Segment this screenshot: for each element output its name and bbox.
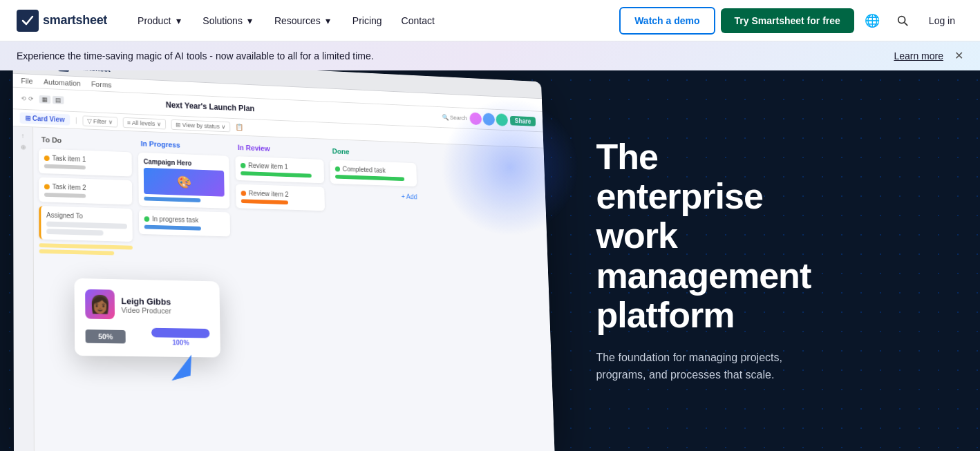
progress-bar (241, 171, 311, 177)
avatar: 👩🏾 (85, 289, 115, 319)
status-dot (144, 216, 150, 222)
popup-name: Leigh Gibbs (121, 296, 171, 307)
progress-item-100: 100% (151, 328, 210, 347)
nav-actions: Watch a demo Try Smartsheet for free 🌐 L… (619, 7, 963, 35)
logo-text: smartsheet (43, 13, 107, 28)
nav-item-resources[interactable]: Resources ▾ (266, 10, 341, 32)
chevron-down-icon: ▾ (173, 16, 183, 26)
add-card-button[interactable]: + Add (402, 193, 417, 200)
levels-btn[interactable]: ≡ All levels ∨ (122, 117, 166, 129)
announcement-right: Learn more ✕ (894, 50, 963, 61)
kanban-card: In progress task (139, 209, 230, 236)
progress-bars: 50% 100% (86, 327, 210, 347)
kanban-col-done: Done Completed task + Add (330, 147, 424, 443)
nav-item-solutions[interactable]: Solutions ▾ (194, 10, 263, 32)
hero-right: The enterprise work management platform … (568, 70, 980, 451)
search-icon[interactable] (890, 8, 915, 33)
kanban-col-inreview: In Review Review item 1 (235, 143, 330, 443)
announcement-text: Experience the time-saving magic of AI t… (17, 50, 374, 61)
hero-subtitle: The foundation for managing projects, pr… (596, 349, 831, 384)
chevron-down-icon: ▾ (245, 16, 255, 26)
popup-user-info: Leigh Gibbs Video Producer (121, 296, 171, 314)
hero-section: ✓ smartsheet File Automation Forms ⟲ ⟳ ▦… (0, 70, 980, 451)
kanban-card: Review item 2 (236, 184, 325, 211)
announcement-bar: Experience the time-saving magic of AI t… (0, 41, 980, 70)
status-dot (44, 155, 50, 161)
try-free-button[interactable]: Try Smartsheet for free (721, 8, 854, 33)
kanban-card-campaign: Campaign Hero 🎨 (138, 153, 229, 209)
filter-btn[interactable]: ▽ Filter ∨ (82, 115, 117, 127)
logo-icon (17, 10, 39, 32)
svg-point-0 (898, 16, 905, 23)
dashboard-mockup: ✓ smartsheet File Automation Forms ⟲ ⟳ ▦… (13, 70, 555, 451)
status-dot (241, 191, 247, 196)
hero-left: ✓ smartsheet File Automation Forms ⟲ ⟳ ▦… (0, 70, 568, 451)
mockup-main: To Do Task item 1 (33, 127, 555, 451)
kanban-board: ↑ ⊕ To Do Task item 1 (13, 126, 555, 451)
hero-title: The enterprise work management platform (596, 137, 939, 335)
nav-item-product[interactable]: Product ▾ (129, 10, 191, 32)
close-announcement-button[interactable]: ✕ (954, 50, 963, 61)
card-view-tab[interactable]: ⊞ Card View (20, 112, 70, 125)
kanban-card: Assigned To (39, 206, 132, 242)
progress-bar (144, 225, 201, 231)
popup-role: Video Producer (121, 306, 171, 315)
chevron-down-icon: ▾ (323, 16, 333, 26)
share-button[interactable]: Share (510, 115, 536, 126)
svg-line-1 (905, 22, 908, 26)
kanban-card: Review item 1 (235, 156, 324, 183)
progress-item-50: 50% (86, 329, 145, 344)
view-by-btn[interactable]: ⊞ View by status ∨ (171, 119, 230, 132)
progress-bar-fill (151, 328, 210, 338)
nav-item-contact[interactable]: Contact (393, 10, 443, 32)
progress-bar (144, 197, 200, 202)
popup-card: 👩🏾 Leigh Gibbs Video Producer 50% (75, 278, 220, 358)
nav-links: Product ▾ Solutions ▾ Resources ▾ Pricin… (129, 10, 619, 32)
card-image: 🎨 (144, 168, 225, 197)
status-dot (44, 184, 50, 189)
progress-bar (44, 193, 86, 198)
progress-bar (44, 164, 86, 170)
nav-item-pricing[interactable]: Pricing (344, 10, 390, 32)
popup-user: 👩🏾 Leigh Gibbs Video Producer (85, 289, 209, 321)
navbar: smartsheet Product ▾ Solutions ▾ Resourc… (0, 0, 980, 41)
learn-more-link[interactable]: Learn more (894, 50, 943, 61)
progress-100-label: 100% (151, 338, 210, 347)
kanban-card: Task item 2 (39, 177, 132, 205)
mockup-logo: ✓ smartsheet (58, 70, 110, 74)
mockup-sidebar: ↑ ⊕ (13, 126, 35, 451)
progress-bar (241, 199, 289, 204)
login-button[interactable]: Log in (921, 10, 963, 32)
kanban-card: Completed task (330, 160, 417, 186)
progress-bar (335, 175, 404, 181)
globe-icon[interactable]: 🌐 (860, 8, 885, 33)
progress-bar-track (151, 328, 210, 338)
logo[interactable]: smartsheet (17, 10, 107, 32)
watch-demo-button[interactable]: Watch a demo (619, 7, 715, 35)
svg-marker-2 (166, 355, 196, 381)
progress-50-label: 50% (86, 329, 126, 343)
status-dot (335, 166, 340, 171)
status-dot (241, 162, 246, 168)
kanban-card: Task item 1 (39, 148, 132, 176)
